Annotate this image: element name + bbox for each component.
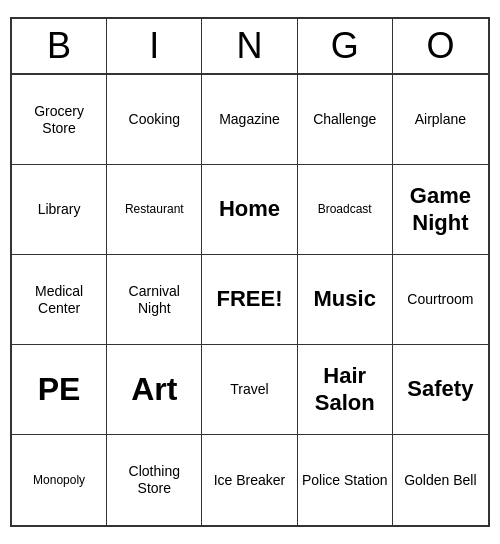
bingo-cell: Ice Breaker <box>202 435 297 525</box>
bingo-cell: Grocery Store <box>12 75 107 165</box>
bingo-cell: Airplane <box>393 75 488 165</box>
bingo-cell: Clothing Store <box>107 435 202 525</box>
header-letter: O <box>393 19 488 73</box>
bingo-cell: Police Station <box>298 435 393 525</box>
bingo-cell: PE <box>12 345 107 435</box>
bingo-header: BINGO <box>12 19 488 75</box>
header-letter: G <box>298 19 393 73</box>
bingo-cell: Medical Center <box>12 255 107 345</box>
bingo-card: BINGO Grocery StoreCookingMagazineChalle… <box>10 17 490 527</box>
bingo-cell: Golden Bell <box>393 435 488 525</box>
bingo-cell: Broadcast <box>298 165 393 255</box>
bingo-cell: Game Night <box>393 165 488 255</box>
bingo-cell: Courtroom <box>393 255 488 345</box>
bingo-cell: FREE! <box>202 255 297 345</box>
bingo-cell: Hair Salon <box>298 345 393 435</box>
bingo-cell: Monopoly <box>12 435 107 525</box>
bingo-cell: Carnival Night <box>107 255 202 345</box>
bingo-cell: Library <box>12 165 107 255</box>
bingo-cell: Cooking <box>107 75 202 165</box>
bingo-cell: Music <box>298 255 393 345</box>
bingo-cell: Magazine <box>202 75 297 165</box>
bingo-cell: Restaurant <box>107 165 202 255</box>
header-letter: I <box>107 19 202 73</box>
header-letter: N <box>202 19 297 73</box>
header-letter: B <box>12 19 107 73</box>
bingo-cell: Travel <box>202 345 297 435</box>
bingo-cell: Art <box>107 345 202 435</box>
bingo-grid: Grocery StoreCookingMagazineChallengeAir… <box>12 75 488 525</box>
bingo-cell: Challenge <box>298 75 393 165</box>
bingo-cell: Home <box>202 165 297 255</box>
bingo-cell: Safety <box>393 345 488 435</box>
